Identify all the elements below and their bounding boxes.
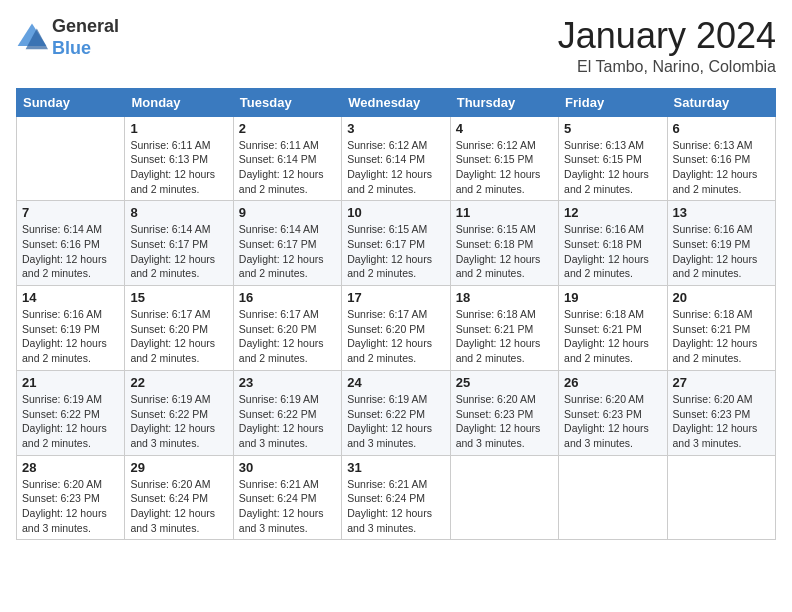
calendar-day-cell: 5Sunrise: 6:13 AM Sunset: 6:15 PM Daylig…	[559, 116, 667, 201]
day-of-week-header: Friday	[559, 88, 667, 116]
calendar-day-cell: 2Sunrise: 6:11 AM Sunset: 6:14 PM Daylig…	[233, 116, 341, 201]
calendar-day-cell: 6Sunrise: 6:13 AM Sunset: 6:16 PM Daylig…	[667, 116, 775, 201]
day-info: Sunrise: 6:11 AM Sunset: 6:13 PM Dayligh…	[130, 138, 227, 197]
calendar-week-row: 7Sunrise: 6:14 AM Sunset: 6:16 PM Daylig…	[17, 201, 776, 286]
day-number: 14	[22, 290, 119, 305]
day-number: 25	[456, 375, 553, 390]
calendar-day-cell: 21Sunrise: 6:19 AM Sunset: 6:22 PM Dayli…	[17, 370, 125, 455]
day-info: Sunrise: 6:19 AM Sunset: 6:22 PM Dayligh…	[22, 392, 119, 451]
calendar-day-cell	[450, 455, 558, 540]
day-number: 7	[22, 205, 119, 220]
day-number: 24	[347, 375, 444, 390]
day-of-week-header: Saturday	[667, 88, 775, 116]
day-number: 11	[456, 205, 553, 220]
day-info: Sunrise: 6:14 AM Sunset: 6:17 PM Dayligh…	[130, 222, 227, 281]
calendar-day-cell	[667, 455, 775, 540]
day-number: 6	[673, 121, 770, 136]
calendar-day-cell: 25Sunrise: 6:20 AM Sunset: 6:23 PM Dayli…	[450, 370, 558, 455]
day-info: Sunrise: 6:18 AM Sunset: 6:21 PM Dayligh…	[673, 307, 770, 366]
day-info: Sunrise: 6:13 AM Sunset: 6:16 PM Dayligh…	[673, 138, 770, 197]
day-number: 21	[22, 375, 119, 390]
calendar-day-cell: 27Sunrise: 6:20 AM Sunset: 6:23 PM Dayli…	[667, 370, 775, 455]
day-number: 27	[673, 375, 770, 390]
calendar-day-cell: 30Sunrise: 6:21 AM Sunset: 6:24 PM Dayli…	[233, 455, 341, 540]
day-number: 18	[456, 290, 553, 305]
day-info: Sunrise: 6:20 AM Sunset: 6:23 PM Dayligh…	[564, 392, 661, 451]
day-info: Sunrise: 6:12 AM Sunset: 6:14 PM Dayligh…	[347, 138, 444, 197]
day-info: Sunrise: 6:17 AM Sunset: 6:20 PM Dayligh…	[130, 307, 227, 366]
day-info: Sunrise: 6:17 AM Sunset: 6:20 PM Dayligh…	[347, 307, 444, 366]
day-info: Sunrise: 6:12 AM Sunset: 6:15 PM Dayligh…	[456, 138, 553, 197]
calendar-day-cell: 3Sunrise: 6:12 AM Sunset: 6:14 PM Daylig…	[342, 116, 450, 201]
day-info: Sunrise: 6:18 AM Sunset: 6:21 PM Dayligh…	[564, 307, 661, 366]
day-number: 22	[130, 375, 227, 390]
day-number: 10	[347, 205, 444, 220]
logo-icon	[16, 22, 48, 54]
day-info: Sunrise: 6:19 AM Sunset: 6:22 PM Dayligh…	[130, 392, 227, 451]
day-number: 16	[239, 290, 336, 305]
day-info: Sunrise: 6:19 AM Sunset: 6:22 PM Dayligh…	[239, 392, 336, 451]
day-of-week-header: Tuesday	[233, 88, 341, 116]
calendar-day-cell: 10Sunrise: 6:15 AM Sunset: 6:17 PM Dayli…	[342, 201, 450, 286]
day-info: Sunrise: 6:21 AM Sunset: 6:24 PM Dayligh…	[347, 477, 444, 536]
calendar-day-cell: 17Sunrise: 6:17 AM Sunset: 6:20 PM Dayli…	[342, 286, 450, 371]
calendar-day-cell: 14Sunrise: 6:16 AM Sunset: 6:19 PM Dayli…	[17, 286, 125, 371]
calendar-day-cell: 1Sunrise: 6:11 AM Sunset: 6:13 PM Daylig…	[125, 116, 233, 201]
day-info: Sunrise: 6:20 AM Sunset: 6:23 PM Dayligh…	[22, 477, 119, 536]
calendar-day-cell: 12Sunrise: 6:16 AM Sunset: 6:18 PM Dayli…	[559, 201, 667, 286]
day-number: 2	[239, 121, 336, 136]
day-info: Sunrise: 6:11 AM Sunset: 6:14 PM Dayligh…	[239, 138, 336, 197]
day-info: Sunrise: 6:15 AM Sunset: 6:17 PM Dayligh…	[347, 222, 444, 281]
day-number: 3	[347, 121, 444, 136]
calendar-week-row: 28Sunrise: 6:20 AM Sunset: 6:23 PM Dayli…	[17, 455, 776, 540]
calendar-table: SundayMondayTuesdayWednesdayThursdayFrid…	[16, 88, 776, 541]
day-info: Sunrise: 6:13 AM Sunset: 6:15 PM Dayligh…	[564, 138, 661, 197]
calendar-day-cell	[17, 116, 125, 201]
title-block: January 2024 El Tambo, Narino, Colombia	[558, 16, 776, 76]
day-info: Sunrise: 6:21 AM Sunset: 6:24 PM Dayligh…	[239, 477, 336, 536]
page-header: GeneralBlue January 2024 El Tambo, Narin…	[16, 16, 776, 76]
day-info: Sunrise: 6:16 AM Sunset: 6:19 PM Dayligh…	[22, 307, 119, 366]
calendar-week-row: 14Sunrise: 6:16 AM Sunset: 6:19 PM Dayli…	[17, 286, 776, 371]
day-number: 26	[564, 375, 661, 390]
calendar-day-cell: 16Sunrise: 6:17 AM Sunset: 6:20 PM Dayli…	[233, 286, 341, 371]
day-info: Sunrise: 6:16 AM Sunset: 6:19 PM Dayligh…	[673, 222, 770, 281]
day-number: 31	[347, 460, 444, 475]
calendar-day-cell: 23Sunrise: 6:19 AM Sunset: 6:22 PM Dayli…	[233, 370, 341, 455]
calendar-day-cell: 24Sunrise: 6:19 AM Sunset: 6:22 PM Dayli…	[342, 370, 450, 455]
calendar-day-cell: 28Sunrise: 6:20 AM Sunset: 6:23 PM Dayli…	[17, 455, 125, 540]
day-number: 28	[22, 460, 119, 475]
day-info: Sunrise: 6:20 AM Sunset: 6:23 PM Dayligh…	[456, 392, 553, 451]
day-number: 5	[564, 121, 661, 136]
day-number: 30	[239, 460, 336, 475]
day-number: 9	[239, 205, 336, 220]
day-number: 23	[239, 375, 336, 390]
day-number: 12	[564, 205, 661, 220]
day-number: 4	[456, 121, 553, 136]
day-number: 19	[564, 290, 661, 305]
calendar-day-cell: 26Sunrise: 6:20 AM Sunset: 6:23 PM Dayli…	[559, 370, 667, 455]
day-of-week-header: Wednesday	[342, 88, 450, 116]
day-info: Sunrise: 6:17 AM Sunset: 6:20 PM Dayligh…	[239, 307, 336, 366]
calendar-day-cell: 18Sunrise: 6:18 AM Sunset: 6:21 PM Dayli…	[450, 286, 558, 371]
day-info: Sunrise: 6:14 AM Sunset: 6:17 PM Dayligh…	[239, 222, 336, 281]
day-number: 29	[130, 460, 227, 475]
day-number: 15	[130, 290, 227, 305]
day-of-week-header: Sunday	[17, 88, 125, 116]
calendar-day-cell: 11Sunrise: 6:15 AM Sunset: 6:18 PM Dayli…	[450, 201, 558, 286]
month-year-title: January 2024	[558, 16, 776, 56]
calendar-day-cell: 13Sunrise: 6:16 AM Sunset: 6:19 PM Dayli…	[667, 201, 775, 286]
day-info: Sunrise: 6:19 AM Sunset: 6:22 PM Dayligh…	[347, 392, 444, 451]
day-info: Sunrise: 6:18 AM Sunset: 6:21 PM Dayligh…	[456, 307, 553, 366]
day-number: 20	[673, 290, 770, 305]
day-number: 13	[673, 205, 770, 220]
day-info: Sunrise: 6:20 AM Sunset: 6:23 PM Dayligh…	[673, 392, 770, 451]
logo: GeneralBlue	[16, 16, 119, 59]
calendar-day-cell: 20Sunrise: 6:18 AM Sunset: 6:21 PM Dayli…	[667, 286, 775, 371]
calendar-day-cell: 7Sunrise: 6:14 AM Sunset: 6:16 PM Daylig…	[17, 201, 125, 286]
calendar-week-row: 1Sunrise: 6:11 AM Sunset: 6:13 PM Daylig…	[17, 116, 776, 201]
calendar-day-cell: 8Sunrise: 6:14 AM Sunset: 6:17 PM Daylig…	[125, 201, 233, 286]
day-number: 1	[130, 121, 227, 136]
calendar-day-cell: 22Sunrise: 6:19 AM Sunset: 6:22 PM Dayli…	[125, 370, 233, 455]
calendar-day-cell: 15Sunrise: 6:17 AM Sunset: 6:20 PM Dayli…	[125, 286, 233, 371]
